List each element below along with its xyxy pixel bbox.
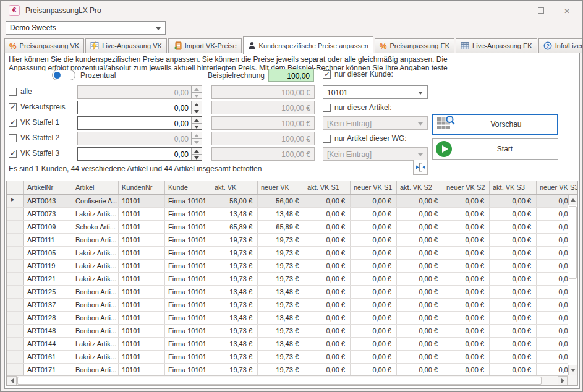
table-cell[interactable]: 0,00 € — [351, 312, 397, 324]
table-cell[interactable]: 0,00 € — [443, 325, 490, 337]
table-row[interactable]: ART0137Bonbon Arti...10101Firma 1010119,… — [7, 299, 578, 312]
table-cell[interactable]: 0,00 € — [351, 208, 397, 220]
spin-up-icon[interactable] — [192, 148, 202, 154]
table-cell[interactable]: 0,00 € — [397, 338, 443, 350]
table-cell[interactable]: 0,00 € — [304, 273, 351, 285]
table-cell[interactable]: 0,00 € — [351, 325, 397, 337]
table-cell[interactable]: 10101 — [119, 325, 165, 337]
example-value-input[interactable]: 100,00 — [268, 69, 314, 82]
table-cell[interactable]: 0,00 € — [443, 299, 490, 311]
collapse-splitter-button[interactable] — [413, 160, 428, 175]
table-cell[interactable]: 0,00 € — [397, 286, 443, 298]
table-cell[interactable]: Firma 10101 — [165, 312, 211, 324]
table-cell[interactable]: 0,00 € — [351, 338, 397, 350]
table-cell[interactable]: Firma 10101 — [165, 338, 211, 350]
table-cell[interactable]: 0,00 € — [397, 195, 443, 207]
row-header[interactable] — [7, 221, 24, 233]
table-cell[interactable]: 13,48 € — [211, 312, 258, 324]
table-cell[interactable]: 10101 — [119, 364, 165, 376]
table-cell[interactable]: 10101 — [119, 195, 165, 207]
spin-down-icon[interactable] — [192, 138, 202, 145]
table-cell[interactable]: Bonbon Arti... — [72, 286, 119, 298]
table-cell[interactable]: 0,00 € — [443, 208, 490, 220]
table-cell[interactable]: 0,00 € — [397, 247, 443, 259]
table-cell[interactable]: 0,00 € — [397, 234, 443, 246]
table-cell[interactable]: 0,00 € — [490, 247, 537, 259]
column-header[interactable]: neuer VK S3 — [537, 181, 578, 194]
table-cell[interactable]: 19,73 € — [258, 351, 304, 363]
table-cell[interactable]: Lakritz Artik... — [72, 273, 119, 285]
tab-live-anpassung-vk[interactable]: Live-Anpassung VK — [85, 38, 167, 53]
spin-down-icon[interactable] — [192, 123, 202, 130]
table-cell[interactable]: 0,00 € — [397, 351, 443, 363]
spin-down-icon[interactable] — [192, 108, 202, 114]
table-cell[interactable]: Lakritz Artik... — [72, 351, 119, 363]
table-cell[interactable]: 0,00 € — [351, 221, 397, 233]
table-cell[interactable]: 0,00 € — [304, 234, 351, 246]
vk-staffel-1-adjust-spinner[interactable]: 0,00 — [77, 116, 202, 130]
vk-staffel-3-adjust-spinner[interactable]: 0,00 — [77, 147, 202, 161]
table-cell[interactable]: Firma 10101 — [165, 208, 211, 220]
table-cell[interactable]: Bonbon Arti... — [72, 312, 119, 324]
table-cell[interactable]: Lakritz Artik... — [72, 208, 119, 220]
table-cell[interactable]: 0,00 € — [490, 325, 537, 337]
percent-absolute-toggle[interactable] — [52, 70, 75, 80]
table-cell[interactable]: 19,73 € — [211, 299, 258, 311]
scroll-left-icon[interactable] — [7, 376, 17, 385]
table-cell[interactable]: 0,00 € — [443, 351, 490, 363]
table-cell[interactable]: 0,00 € — [304, 195, 351, 207]
table-cell[interactable]: Confiserie A... — [72, 195, 119, 207]
table-cell[interactable]: 0,00 € — [443, 247, 490, 259]
table-row[interactable]: ART0148Bonbon Arti...10101Firma 1010119,… — [7, 325, 578, 338]
table-cell[interactable]: 0,00 € — [443, 286, 490, 298]
table-cell[interactable]: 0,00 € — [351, 299, 397, 311]
table-cell[interactable]: 10101 — [119, 312, 165, 324]
table-cell[interactable]: 13,48 € — [258, 286, 304, 298]
table-cell[interactable]: 0,00 € — [304, 260, 351, 272]
table-cell[interactable]: ART0121 — [24, 273, 72, 285]
table-cell[interactable]: 10101 — [119, 338, 165, 350]
column-header[interactable]: KundenNr — [119, 181, 165, 194]
client-select[interactable]: Demo Sweets — [6, 21, 166, 35]
column-header[interactable]: Kunde — [165, 181, 211, 194]
tab-preisanpassung-vk[interactable]: Preisanpassung VK — [4, 38, 84, 53]
table-cell[interactable]: Firma 10101 — [165, 260, 211, 272]
table-cell[interactable]: 19,73 € — [211, 247, 258, 259]
row-header[interactable] — [7, 364, 24, 376]
scroll-down-icon[interactable] — [568, 365, 577, 375]
table-cell[interactable]: 13,48 € — [211, 338, 258, 350]
table-row[interactable]: ART0128Bonbon Arti...10101Firma 1010113,… — [7, 312, 578, 325]
table-cell[interactable]: 0,00 € — [443, 364, 490, 376]
table-row[interactable]: ART0111Bonbon Arti...10101Firma 1010119,… — [7, 234, 578, 247]
spin-up-icon[interactable] — [192, 132, 202, 138]
table-cell[interactable]: Firma 10101 — [165, 247, 211, 259]
table-cell[interactable]: 19,73 € — [258, 260, 304, 272]
column-header[interactable]: ArtikelNr — [24, 181, 72, 194]
table-cell[interactable]: Firma 10101 — [165, 351, 211, 363]
table-cell[interactable]: 0,00 € — [397, 325, 443, 337]
table-cell[interactable]: 0,00 € — [304, 299, 351, 311]
table-cell[interactable]: ART0137 — [24, 299, 72, 311]
price-row-vk-staffel-2-checkbox[interactable]: VK Staffel 2 — [9, 134, 59, 142]
table-cell[interactable]: 65,89 € — [258, 221, 304, 233]
table-row[interactable]: ART0171Bonbon Arti...10101Firma 1010119,… — [7, 364, 578, 377]
spin-up-icon[interactable] — [192, 101, 202, 108]
table-cell[interactable]: 0,00 € — [397, 299, 443, 311]
table-cell[interactable]: 0,00 € — [351, 364, 397, 376]
table-cell[interactable]: ART0109 — [24, 221, 72, 233]
table-cell[interactable]: 56,00 € — [211, 195, 258, 207]
table-cell[interactable]: ART0105 — [24, 247, 72, 259]
vertical-scrollbar[interactable] — [568, 195, 577, 375]
filter-workgroup-checkbox[interactable]: nur Artikel dieser WG: — [323, 134, 407, 143]
table-cell[interactable]: Firma 10101 — [165, 195, 211, 207]
table-cell[interactable]: Firma 10101 — [165, 364, 211, 376]
table-cell[interactable]: 0,00 € — [304, 325, 351, 337]
table-cell[interactable]: 10101 — [119, 286, 165, 298]
filter-customer-checkbox[interactable]: nur dieser Kunde: — [323, 70, 393, 79]
table-cell[interactable]: 0,00 € — [351, 234, 397, 246]
table-cell[interactable]: 0,00 € — [443, 195, 490, 207]
column-header[interactable]: akt. VK — [211, 181, 258, 194]
close-button[interactable] — [556, 2, 577, 19]
horizontal-scroll-thumb[interactable] — [17, 377, 542, 385]
table-row[interactable]: ART0073Lakritz Artik...10101Firma 101011… — [7, 208, 578, 221]
